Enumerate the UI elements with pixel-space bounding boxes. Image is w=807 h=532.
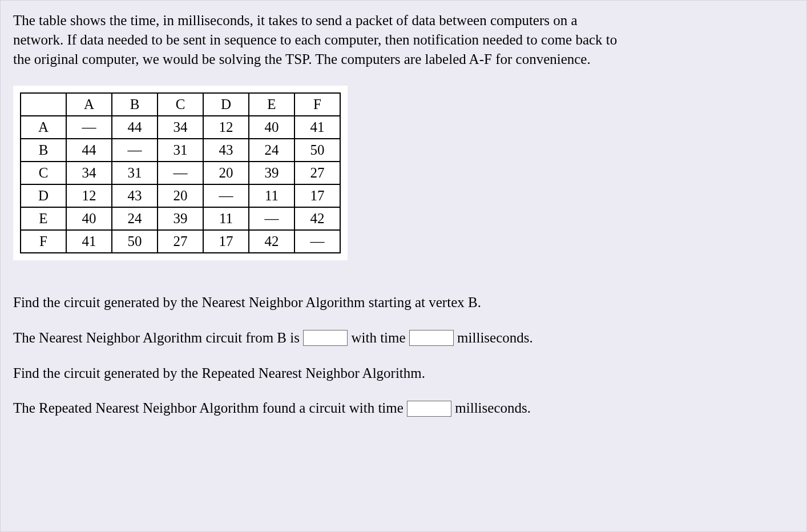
col-header: A [66, 93, 112, 116]
table-cell: — [294, 230, 340, 253]
table-cell: 11 [249, 184, 294, 207]
table-cell: 17 [294, 184, 340, 207]
table-cell: 34 [66, 162, 112, 184]
question-block: Find the circuit generated by the Neares… [13, 293, 794, 418]
table-cell: 39 [158, 207, 203, 230]
table-cell: 42 [249, 230, 294, 253]
table-row: E40243911—42 [21, 207, 340, 230]
time-from-b-input[interactable] [409, 330, 454, 346]
q1-post-text: milliseconds. [457, 330, 533, 345]
table-row: A—4434124041 [21, 116, 340, 139]
table-cell: 12 [66, 184, 112, 207]
table-header-row: A B C D E F [21, 93, 340, 116]
distance-table: A B C D E F A—4434124041B44—31432450C343… [20, 92, 341, 253]
table-cell: 43 [203, 139, 249, 162]
col-header [21, 93, 66, 116]
table-cell: — [158, 162, 203, 184]
table-row: F4150271742— [21, 230, 340, 253]
row-label: B [21, 139, 66, 162]
table-cell: 31 [112, 162, 158, 184]
intro-paragraph: The table shows the time, in millisecond… [13, 11, 630, 68]
table-cell: 39 [249, 162, 294, 184]
table-cell: 42 [294, 207, 340, 230]
table-cell: 20 [203, 162, 249, 184]
q1-pre-text: The Nearest Neighbor Algorithm circuit f… [13, 330, 303, 345]
col-header: F [294, 93, 340, 116]
row-label: F [21, 230, 66, 253]
table-row: D124320—1117 [21, 184, 340, 207]
col-header: B [112, 93, 158, 116]
table-cell: — [203, 184, 249, 207]
table-cell: 43 [112, 184, 158, 207]
table-cell: 40 [66, 207, 112, 230]
distance-table-wrap: A B C D E F A—4434124041B44—31432450C343… [13, 86, 348, 260]
table-cell: 11 [203, 207, 249, 230]
col-header: C [158, 93, 203, 116]
table-cell: 41 [294, 116, 340, 139]
q1-answer-line: The Nearest Neighbor Algorithm circuit f… [13, 328, 794, 348]
table-cell: 41 [66, 230, 112, 253]
q2-prompt: Find the circuit generated by the Repeat… [13, 364, 794, 383]
row-label: E [21, 207, 66, 230]
q1-prompt: Find the circuit generated by the Neares… [13, 293, 794, 312]
row-label: C [21, 162, 66, 184]
q2-post-text: milliseconds. [455, 400, 531, 416]
table-cell: 12 [203, 116, 249, 139]
table-cell: 34 [158, 116, 203, 139]
table-cell: 24 [249, 139, 294, 162]
q1-mid-text: with time [351, 330, 409, 345]
table-body: A—4434124041B44—31432450C3431—203927D124… [21, 116, 340, 253]
table-cell: 40 [249, 116, 294, 139]
circuit-from-b-input[interactable] [303, 330, 348, 346]
table-cell: 50 [112, 230, 158, 253]
table-cell: 50 [294, 139, 340, 162]
rnna-time-input[interactable] [407, 401, 451, 417]
table-cell: 27 [294, 162, 340, 184]
table-cell: — [249, 207, 294, 230]
col-header: D [203, 93, 249, 116]
q2-pre-text: The Repeated Nearest Neighbor Algorithm … [13, 400, 407, 416]
table-cell: 44 [66, 139, 112, 162]
table-cell: — [66, 116, 112, 139]
table-cell: 31 [158, 139, 203, 162]
table-cell: 20 [158, 184, 203, 207]
table-cell: 44 [112, 116, 158, 139]
row-label: A [21, 116, 66, 139]
row-label: D [21, 184, 66, 207]
table-row: C3431—203927 [21, 162, 340, 184]
col-header: E [249, 93, 294, 116]
table-cell: 24 [112, 207, 158, 230]
table-cell: — [112, 139, 158, 162]
table-cell: 27 [158, 230, 203, 253]
q2-answer-line: The Repeated Nearest Neighbor Algorithm … [13, 398, 794, 418]
table-cell: 17 [203, 230, 249, 253]
table-row: B44—31432450 [21, 139, 340, 162]
